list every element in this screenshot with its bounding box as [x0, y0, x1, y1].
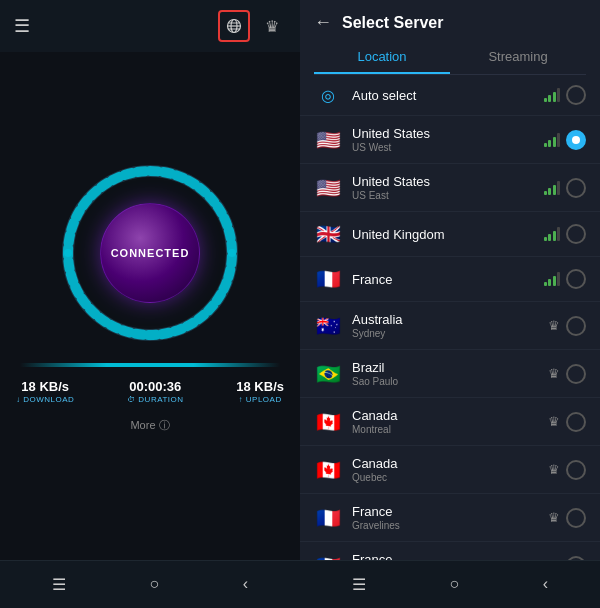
right-nav-menu-icon[interactable]: ☰: [340, 571, 378, 598]
menu-icon[interactable]: ☰: [14, 15, 30, 37]
server-info: CanadaMontreal: [352, 408, 548, 435]
server-right: [544, 130, 587, 150]
server-sub: Sao Paulo: [352, 376, 548, 387]
server-sub: US West: [352, 142, 544, 153]
server-name: United Kingdom: [352, 227, 544, 242]
server-item[interactable]: 🇬🇧United Kingdom: [300, 212, 600, 257]
nav-back-icon[interactable]: ‹: [231, 571, 260, 598]
server-radio[interactable]: [566, 224, 586, 244]
right-nav: ☰ ○ ‹: [300, 560, 600, 608]
server-sub: Montreal: [352, 424, 548, 435]
server-item[interactable]: 🇫🇷France: [300, 257, 600, 302]
server-item[interactable]: 🇫🇷FranceParis♛: [300, 542, 600, 560]
tabs-row: Location Streaming: [314, 41, 586, 75]
server-item[interactable]: 🇨🇦CanadaMontreal♛: [300, 398, 600, 446]
server-info: United StatesUS East: [352, 174, 544, 201]
left-header: ☰ ♛: [0, 0, 300, 52]
bottom-bar: [20, 363, 280, 367]
premium-icon: ♛: [548, 510, 560, 525]
svg-point-7: [64, 249, 72, 257]
download-value: 18 KB/s: [21, 379, 69, 394]
server-list: ◎Auto select🇺🇸United StatesUS West🇺🇸Unit…: [300, 75, 600, 560]
connected-label: CONNECTED: [111, 247, 190, 259]
server-item[interactable]: 🇺🇸United StatesUS West: [300, 116, 600, 164]
panel-title: Select Server: [342, 14, 443, 32]
server-info: CanadaQuebec: [352, 456, 548, 483]
server-name: United States: [352, 126, 544, 141]
duration-stat: 00:00:36 ⏱ DURATION: [127, 379, 183, 404]
server-name: Canada: [352, 408, 548, 423]
server-radio[interactable]: [566, 269, 586, 289]
server-radio[interactable]: [566, 412, 586, 432]
ring-container: CONNECTED: [60, 163, 240, 343]
server-flag: 🇧🇷: [314, 362, 342, 386]
premium-icon: ♛: [548, 318, 560, 333]
tab-streaming[interactable]: Streaming: [450, 41, 586, 74]
left-panel: ☰ ♛: [0, 0, 300, 608]
server-name: Auto select: [352, 88, 544, 103]
right-nav-back-icon[interactable]: ‹: [531, 571, 560, 598]
server-name: Canada: [352, 456, 548, 471]
premium-icon: ♛: [548, 462, 560, 477]
server-flag: 🇫🇷: [314, 267, 342, 291]
download-stat: 18 KB/s ↓ DOWNLOAD: [16, 379, 74, 404]
server-flag: 🇺🇸: [314, 176, 342, 200]
server-right: ♛: [548, 412, 586, 432]
signal-bars: [544, 133, 561, 147]
server-item[interactable]: 🇨🇦CanadaQuebec♛: [300, 446, 600, 494]
server-right: ♛: [548, 460, 586, 480]
server-radio[interactable]: [566, 130, 586, 150]
server-item[interactable]: 🇧🇷BrazilSao Paulo♛: [300, 350, 600, 398]
right-nav-home-icon[interactable]: ○: [437, 571, 471, 598]
server-flag: 🇬🇧: [314, 222, 342, 246]
server-sub: Gravelines: [352, 520, 548, 531]
server-item[interactable]: 🇺🇸United StatesUS East: [300, 164, 600, 212]
right-panel: ← Select Server Location Streaming ◎Auto…: [300, 0, 600, 608]
back-button[interactable]: ←: [314, 12, 332, 33]
upload-label: ↑ UPLOAD: [239, 395, 282, 404]
server-radio[interactable]: [566, 460, 586, 480]
server-sub: Quebec: [352, 472, 548, 483]
signal-bars: [544, 88, 561, 102]
server-name: France: [352, 504, 548, 519]
premium-icon: ♛: [548, 414, 560, 429]
server-info: FranceGravelines: [352, 504, 548, 531]
server-item[interactable]: 🇫🇷FranceGravelines♛: [300, 494, 600, 542]
server-info: BrazilSao Paulo: [352, 360, 548, 387]
stats-row: 18 KB/s ↓ DOWNLOAD 00:00:36 ⏱ DURATION 1…: [0, 371, 300, 412]
tab-location[interactable]: Location: [314, 41, 450, 74]
download-label: ↓ DOWNLOAD: [16, 395, 74, 404]
upload-stat: 18 KB/s ↑ UPLOAD: [236, 379, 284, 404]
server-right: [544, 269, 587, 289]
server-right: [544, 85, 587, 105]
upload-value: 18 KB/s: [236, 379, 284, 394]
server-sub: Sydney: [352, 328, 548, 339]
server-radio[interactable]: [566, 85, 586, 105]
more-button[interactable]: More ⓘ: [124, 412, 175, 439]
crown-button[interactable]: ♛: [258, 12, 286, 40]
server-radio[interactable]: [566, 508, 586, 528]
server-flag: ◎: [314, 86, 342, 105]
server-sub: US East: [352, 190, 544, 201]
server-name: Brazil: [352, 360, 548, 375]
nav-home-icon[interactable]: ○: [137, 571, 171, 598]
globe-button[interactable]: [218, 10, 250, 42]
premium-icon: ♛: [548, 366, 560, 381]
server-radio[interactable]: [566, 364, 586, 384]
server-info: United Kingdom: [352, 227, 544, 242]
header-icons: ♛: [218, 10, 286, 42]
server-item[interactable]: ◎Auto select: [300, 75, 600, 116]
server-info: Auto select: [352, 88, 544, 103]
signal-bars: [544, 272, 561, 286]
duration-value: 00:00:36: [129, 379, 181, 394]
duration-label: ⏱ DURATION: [127, 395, 183, 404]
server-item[interactable]: 🇦🇺AustraliaSydney♛: [300, 302, 600, 350]
server-radio[interactable]: [566, 178, 586, 198]
server-right: [544, 224, 587, 244]
server-right: ♛: [548, 364, 586, 384]
server-radio[interactable]: [566, 316, 586, 336]
server-info: France: [352, 272, 544, 287]
server-info: United StatesUS West: [352, 126, 544, 153]
nav-menu-icon[interactable]: ☰: [40, 571, 78, 598]
server-right: ♛: [548, 316, 586, 336]
